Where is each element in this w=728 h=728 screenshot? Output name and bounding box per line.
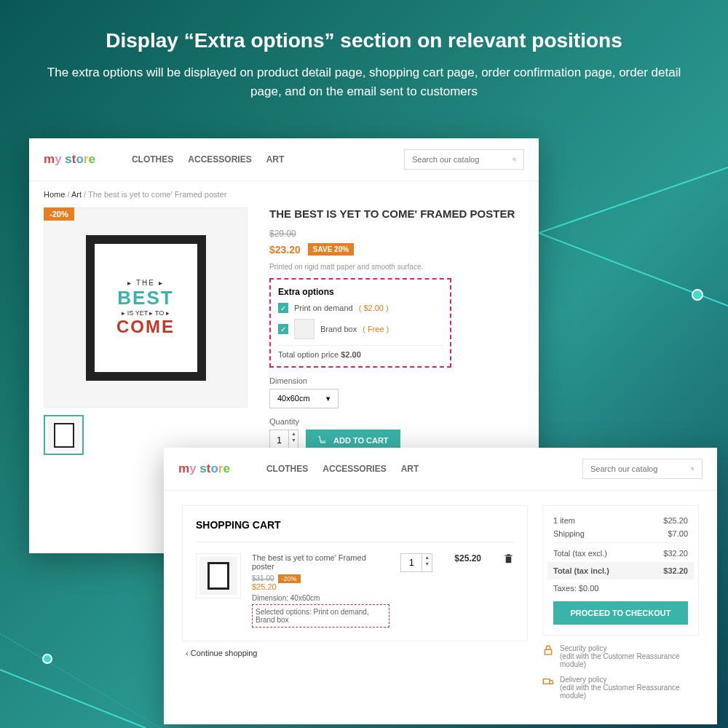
lock-icon xyxy=(542,644,554,656)
save-badge: SAVE 20% xyxy=(308,243,354,256)
qty-down-icon[interactable]: ▼ xyxy=(422,561,432,567)
cart-item-image[interactable] xyxy=(196,553,241,598)
search-input[interactable] xyxy=(412,155,513,164)
svg-line-3 xyxy=(0,670,146,728)
search-icon xyxy=(691,464,695,474)
option-price-print: ( $2.00 ) xyxy=(359,304,389,312)
option-price-brandbox: ( Free ) xyxy=(363,325,389,333)
summary-taxes: Taxes: $0.00 xyxy=(553,584,688,593)
search-icon xyxy=(513,154,516,165)
nav-art[interactable]: ART xyxy=(401,464,419,474)
cart-icon xyxy=(317,435,328,446)
option-label-print: Print on demand xyxy=(294,304,353,312)
summary-items-value: $25.20 xyxy=(663,516,688,525)
nav-clothes[interactable]: CLOTHES xyxy=(266,464,308,474)
search-box[interactable] xyxy=(404,149,524,170)
dimension-select[interactable]: 40x60cm ▾ xyxy=(269,389,339,408)
product-title: THE BEST IS YET TO COME' FRAMED POSTER xyxy=(269,207,524,220)
dimension-label: Dimension xyxy=(269,376,524,385)
svg-line-9 xyxy=(693,470,694,470)
svg-point-5 xyxy=(43,654,52,663)
discount-badge: -20% xyxy=(44,207,74,221)
breadcrumb-home[interactable]: Home xyxy=(44,190,65,199)
trash-icon xyxy=(503,553,514,564)
chevron-down-icon: ▾ xyxy=(326,394,331,403)
nav-accessories[interactable]: ACCESSORIES xyxy=(323,464,386,474)
cart-quantity-input[interactable] xyxy=(401,554,422,571)
summary-total-excl-value: $32.20 xyxy=(663,549,688,558)
qty-down-icon[interactable]: ▼ xyxy=(289,437,298,443)
store-logo[interactable]: my store xyxy=(178,462,230,476)
svg-point-2 xyxy=(692,290,703,300)
svg-line-7 xyxy=(515,160,515,161)
quantity-label: Quantity xyxy=(269,417,524,426)
option-checkbox-brandbox[interactable]: ✓ xyxy=(278,324,288,334)
product-thumbnail[interactable] xyxy=(44,415,84,455)
option-label-brandbox: Brand box xyxy=(320,325,357,333)
breadcrumb-art[interactable]: Art xyxy=(71,190,82,199)
cart-item-name[interactable]: The best is yet to come' Framed poster xyxy=(252,553,389,571)
svg-rect-11 xyxy=(543,679,550,684)
breadcrumb: Home / Art / The best is yet to come' Fr… xyxy=(29,181,539,207)
product-old-price: $29.00 xyxy=(269,229,524,239)
summary-shipping-label: Shipping xyxy=(553,529,585,538)
cart-item-discount: -20% xyxy=(278,574,301,583)
qty-up-icon[interactable]: ▲ xyxy=(289,430,298,437)
product-main-image[interactable]: ▸ THE ▸ BEST ▸ IS YET ▸ TO ▸ COME xyxy=(44,207,248,408)
store-logo[interactable]: my store xyxy=(44,152,95,167)
security-policy-title: Security policy xyxy=(560,644,699,652)
cart-title: SHOPPING CART xyxy=(196,519,514,531)
remove-item-button[interactable] xyxy=(503,553,514,628)
delivery-policy-title: Delivery policy xyxy=(560,676,699,684)
security-policy-sub: (edit with the Customer Reassurance modu… xyxy=(560,652,699,668)
summary-shipping-value: $7.00 xyxy=(668,529,688,538)
product-description: Printed on rigid matt paper and smooth s… xyxy=(269,263,524,271)
cart-item: The best is yet to come' Framed poster $… xyxy=(196,542,514,628)
search-input[interactable] xyxy=(590,464,691,473)
svg-line-0 xyxy=(539,167,728,233)
svg-point-8 xyxy=(692,467,694,470)
search-box[interactable] xyxy=(582,459,703,479)
truck-icon xyxy=(542,676,554,687)
summary-items-label: 1 item xyxy=(553,516,575,525)
option-checkbox-print[interactable]: ✓ xyxy=(278,303,288,313)
nav-clothes[interactable]: CLOTHES xyxy=(132,154,173,165)
cart-item-old-price: $31.00 xyxy=(252,574,274,582)
nav-accessories[interactable]: ACCESSORIES xyxy=(188,154,251,165)
summary-total-excl-label: Total (tax excl.) xyxy=(553,549,607,558)
product-price: $23.20 xyxy=(269,244,301,256)
cart-page-preview: my store CLOTHES ACCESSORIES ART SHOPPIN… xyxy=(164,448,717,724)
delivery-policy-sub: (edit with the Customer Reassurance modu… xyxy=(560,684,699,700)
svg-line-4 xyxy=(0,633,160,728)
svg-point-6 xyxy=(513,158,515,160)
cart-item-price: $25.20 xyxy=(252,582,389,591)
summary-total-incl-value: $32.20 xyxy=(663,566,688,575)
total-option-price: Total option price $2.00 xyxy=(278,345,443,359)
cart-line-price: $25.20 xyxy=(443,553,492,628)
extra-options-section: Extra options ✓ Print on demand ( $2.00 … xyxy=(269,278,451,368)
page-title: Display “Extra options” section on relev… xyxy=(44,29,684,52)
extra-options-title: Extra options xyxy=(278,287,443,297)
cart-item-dimension: Dimension: 40x60cm xyxy=(252,594,389,602)
cart-quantity-stepper[interactable]: ▲▼ xyxy=(400,553,432,572)
page-subtitle: The extra options will be displayed on p… xyxy=(44,63,684,100)
svg-rect-10 xyxy=(545,649,551,654)
continue-shopping-link[interactable]: ‹ Continue shopping xyxy=(182,641,528,657)
breadcrumb-current: The best is yet to come' Framed poster xyxy=(88,190,226,199)
checkout-button[interactable]: PROCEED TO CHECKOUT xyxy=(553,601,688,625)
summary-total-incl-label: Total (tax incl.) xyxy=(553,566,609,575)
cart-selected-options: Selected options: Print on demand, Brand… xyxy=(252,604,389,628)
nav-art[interactable]: ART xyxy=(266,154,285,165)
svg-line-1 xyxy=(539,233,728,306)
option-image-brandbox xyxy=(294,319,314,339)
qty-up-icon[interactable]: ▲ xyxy=(422,554,432,561)
